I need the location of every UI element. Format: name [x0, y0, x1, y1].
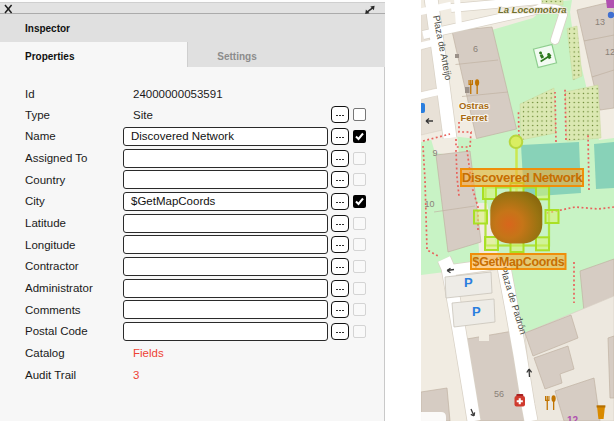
svg-text:P: P — [464, 275, 473, 290]
svg-text:P: P — [472, 304, 481, 319]
svg-text:13: 13 — [595, 17, 605, 27]
svg-text:10: 10 — [425, 199, 435, 209]
svg-text:6: 6 — [473, 44, 478, 54]
svg-text:Ostras: Ostras — [459, 100, 489, 111]
svg-text:12: 12 — [567, 415, 579, 421]
svg-text:La Locomotora: La Locomotora — [498, 4, 567, 15]
svg-text:$GetMapCoords: $GetMapCoords — [473, 255, 565, 269]
svg-text:12: 12 — [605, 47, 614, 57]
svg-text:9: 9 — [433, 148, 438, 158]
svg-text:Discovered Network: Discovered Network — [462, 170, 584, 185]
svg-text:56: 56 — [494, 389, 504, 399]
svg-text:Ferret: Ferret — [461, 112, 489, 123]
